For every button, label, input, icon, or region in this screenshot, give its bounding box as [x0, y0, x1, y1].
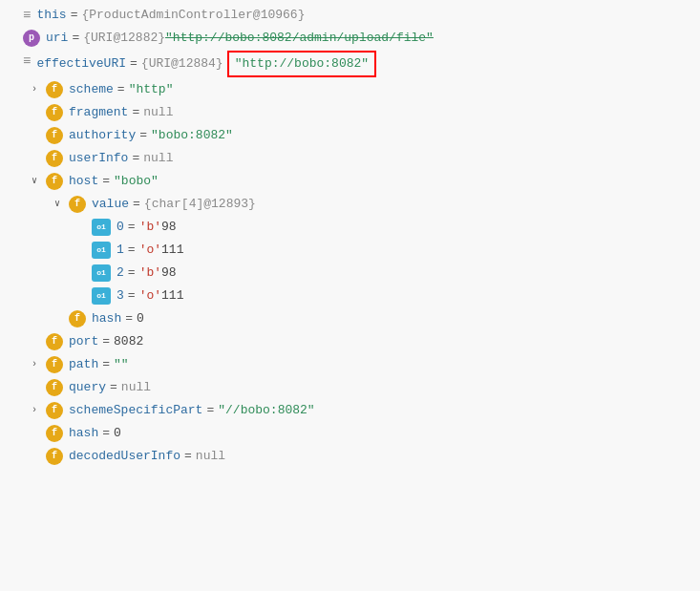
equals-sign: =	[128, 240, 136, 261]
list-item: puri = {URI@12882} "http://bobo:8082/adm…	[0, 27, 700, 50]
ref-type: {URI@12884}	[141, 53, 223, 74]
toggle-placeholder	[50, 308, 65, 324]
var-name: schemeSpecificPart	[69, 400, 202, 421]
row-content: userInfo = null	[69, 148, 696, 169]
lines-icon: ≡	[23, 51, 31, 72]
badge-f: f	[46, 173, 63, 190]
list-item: o10 = 'b' 98	[0, 216, 700, 239]
var-name: 0	[117, 217, 124, 238]
var-name: hash	[92, 308, 121, 329]
list-item: fquery = null	[0, 376, 700, 399]
equals-sign: =	[139, 125, 147, 146]
highlight-box: "http://bobo:8082"	[227, 51, 376, 77]
badge-o1: o1	[92, 264, 111, 282]
char-value: 'o'	[139, 240, 161, 261]
equals-sign: =	[72, 28, 79, 49]
equals-sign: =	[132, 148, 139, 169]
list-item: ∨fhost = "bobo"	[0, 170, 700, 193]
toggle-placeholder	[4, 28, 19, 43]
num-value: 0	[137, 308, 144, 329]
list-item: fuserInfo = null	[0, 147, 700, 170]
var-name: 2	[117, 263, 124, 284]
string-value: "//bobo:8082"	[218, 400, 314, 421]
badge-f: f	[46, 333, 63, 350]
row-content: hash = 0	[69, 423, 696, 444]
string-value: "http://bobo:8082/admin/upload/file"	[165, 28, 434, 49]
row-content: authority = "bobo:8082"	[69, 125, 696, 146]
collapse-icon[interactable]: ∨	[27, 174, 42, 189]
row-content: 0 = 'b' 98	[117, 217, 696, 238]
row-content: uri = {URI@12882} "http://bobo:8082/admi…	[46, 28, 696, 49]
list-item: o12 = 'b' 98	[0, 262, 700, 285]
lines-icon: ≡	[23, 5, 31, 26]
list-item: fdecodedUserInfo = null	[0, 445, 700, 468]
row-content: 1 = 'o' 111	[117, 240, 696, 261]
list-item: ffragment = null	[0, 101, 700, 124]
ref-type: {char[4]@12893}	[144, 194, 256, 215]
equals-sign: =	[133, 194, 140, 215]
string-value: ""	[114, 354, 129, 375]
expand-icon[interactable]: ›	[27, 357, 42, 372]
list-item: o11 = 'o' 111	[0, 239, 700, 262]
var-name: hash	[69, 423, 98, 444]
equals-sign: =	[102, 423, 110, 444]
list-item: ›fpath = ""	[0, 353, 700, 376]
equals-sign: =	[128, 263, 136, 284]
var-name: host	[69, 171, 98, 192]
expand-icon[interactable]: ›	[27, 403, 42, 418]
badge-f: f	[46, 127, 63, 144]
equals-sign: =	[102, 354, 110, 375]
char-value: 'o'	[139, 285, 161, 306]
var-name: authority	[69, 125, 136, 146]
equals-sign: =	[128, 285, 136, 306]
num-value: 111	[161, 240, 183, 261]
equals-sign: =	[102, 171, 110, 192]
row-content: 3 = 'o' 111	[117, 285, 696, 306]
list-item: ≡this = {ProductAdminController@10966}	[0, 4, 700, 27]
collapse-icon[interactable]: ∨	[50, 197, 65, 212]
toggle-placeholder	[73, 217, 88, 232]
string-value: "bobo:8082"	[151, 125, 233, 146]
ref-type: {URI@12882}	[83, 28, 165, 49]
row-content: decodedUserInfo = null	[69, 446, 696, 467]
var-name: value	[92, 194, 129, 215]
equals-sign: =	[110, 377, 117, 398]
list-item: fport = 8082	[0, 330, 700, 353]
num-value: 98	[161, 217, 177, 238]
var-name: userInfo	[69, 148, 128, 169]
var-name: this	[36, 5, 66, 26]
toggle-placeholder	[73, 263, 88, 278]
badge-f: f	[46, 425, 63, 442]
toggle-placeholder	[27, 148, 42, 163]
num-value: 0	[114, 423, 121, 444]
badge-f: f	[46, 104, 63, 121]
string-value: "http"	[129, 79, 174, 100]
row-content: port = 8082	[69, 331, 696, 352]
toggle-placeholder	[27, 423, 42, 438]
equals-sign: =	[71, 5, 78, 26]
toggle-placeholder	[27, 446, 42, 461]
debugger-view: ≡this = {ProductAdminController@10966} p…	[0, 0, 700, 591]
row-content: effectiveURI = {URI@12884} "http://bobo:…	[36, 51, 696, 77]
toggle-placeholder	[27, 377, 42, 392]
var-name: 3	[117, 285, 124, 306]
row-content: value = {char[4]@12893}	[92, 194, 696, 215]
equals-sign: =	[128, 217, 136, 238]
equals-sign: =	[102, 331, 110, 352]
list-item: fhash = 0	[0, 422, 700, 445]
null-value: null	[143, 148, 173, 169]
badge-o1: o1	[92, 287, 111, 305]
row-content: 2 = 'b' 98	[117, 263, 696, 284]
ref-type: {ProductAdminController@10966}	[81, 5, 305, 26]
var-name: port	[69, 331, 98, 352]
list-item: fhash = 0	[0, 307, 700, 330]
list-item: fauthority = "bobo:8082"	[0, 124, 700, 147]
badge-f: f	[69, 196, 86, 213]
toggle-placeholder	[4, 5, 19, 20]
string-value: "bobo"	[114, 171, 159, 192]
toggle-placeholder	[27, 125, 42, 140]
row-content: scheme = "http"	[69, 79, 696, 100]
badge-f: f	[46, 150, 63, 167]
expand-icon[interactable]: ›	[27, 82, 42, 97]
list-item: o13 = 'o' 111	[0, 285, 700, 307]
